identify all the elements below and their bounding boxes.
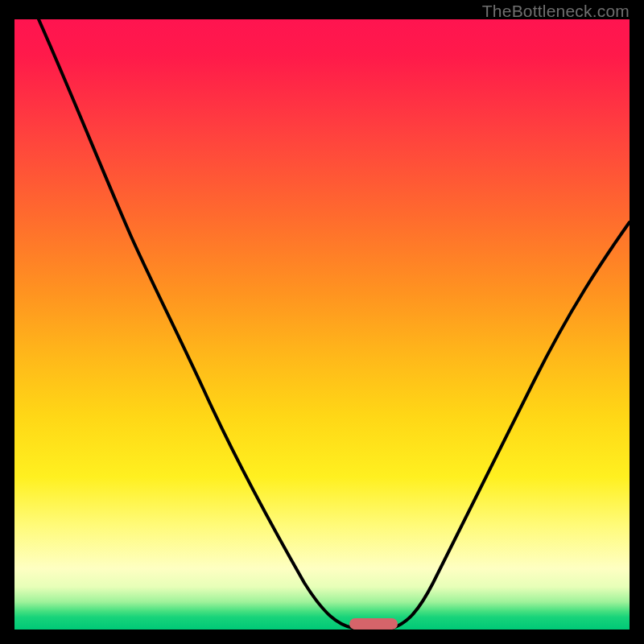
plot-area bbox=[14, 19, 630, 630]
chart-frame: TheBottleneck.com bbox=[0, 0, 644, 644]
bottleneck-curve bbox=[14, 19, 630, 630]
optimal-marker-pill bbox=[349, 618, 398, 630]
watermark-text: TheBottleneck.com bbox=[482, 2, 630, 21]
